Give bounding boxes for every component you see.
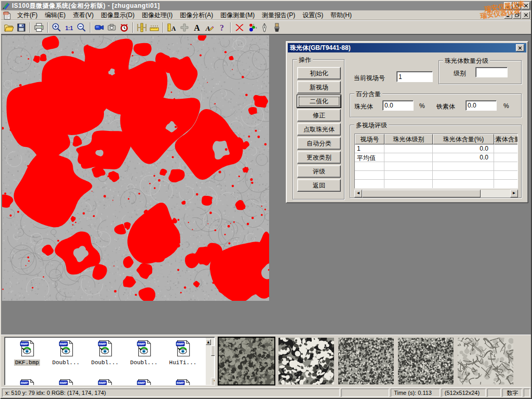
child-close-button[interactable] [522, 11, 530, 19]
operations-buttons: 初始化新视场二值化修正点取珠光体自动分类更改类别评级返回 [297, 67, 341, 192]
percent-group: 百分含量 珠光体 % 铁素体 % [350, 94, 522, 117]
svg-text:BMP: BMP [21, 381, 28, 384]
table-row[interactable] [355, 162, 517, 171]
binarize-button[interactable]: 二值化 [297, 95, 341, 108]
table-row[interactable]: 10.0 [355, 144, 517, 153]
mdi-client-area: 珠光体(GB/T9441-88) 操作 初始化新视场二值化修正点取珠光体自动分类… [1, 34, 531, 335]
level-label: 级别 [454, 69, 466, 78]
snapshot-icon[interactable] [105, 21, 118, 33]
status-blank-2 [487, 389, 501, 397]
scroll-down-icon[interactable]: ▼ [211, 378, 215, 385]
thumbnail-5[interactable] [458, 338, 513, 384]
curve-tool-icon[interactable] [233, 21, 246, 33]
new-field-button[interactable]: 新视场 [297, 81, 341, 94]
table-cell [384, 171, 433, 180]
file-list[interactable]: ▲ ▼ BMPDKF.bmpBMPDoubl...BMPDoubl...BMPD… [4, 337, 215, 385]
dialog-close-button[interactable] [516, 44, 524, 51]
svg-text:?: ? [220, 23, 224, 32]
level-input[interactable] [475, 67, 508, 77]
file-item[interactable]: BMP [9, 379, 45, 385]
change-class-button[interactable]: 更改类别 [297, 151, 341, 164]
menu-help[interactable]: 帮助(H) [327, 11, 355, 19]
table-row[interactable]: 平均值0.0 [355, 153, 517, 162]
svg-text:BMP: BMP [177, 342, 184, 345]
table-header: 铁素体含量(%) [494, 134, 518, 144]
table-row[interactable] [355, 180, 517, 189]
auto-classify-button[interactable]: 自动分类 [297, 137, 341, 150]
table-cell [355, 162, 384, 171]
video-capture-icon[interactable] [93, 21, 105, 33]
menu-edit[interactable]: 编辑(E) [41, 11, 69, 19]
grade-group: 珠光体数量分级 级别 [438, 60, 522, 84]
save-icon[interactable] [15, 21, 28, 33]
restore-button[interactable] [513, 2, 521, 9]
actual-size-icon[interactable]: 1:1 [63, 21, 75, 33]
minimize-button[interactable] [504, 2, 512, 9]
thumbnail-2[interactable] [278, 338, 334, 384]
grid-icon[interactable] [178, 21, 191, 33]
menu-measure-report[interactable]: 测量报告(P) [258, 11, 299, 19]
status-bar: x: 510 y: 79 idx: 0 RGB: (174, 174, 174)… [1, 387, 531, 398]
file-item[interactable]: BMPHuiTi... [165, 340, 201, 366]
file-item[interactable]: BMP [87, 379, 123, 385]
print-icon[interactable] [33, 21, 45, 33]
menu-file[interactable]: 文件(F) [14, 11, 41, 19]
menu-image-process[interactable]: 图像处理(I) [138, 11, 176, 19]
thumbnail-4[interactable] [398, 338, 454, 384]
thumbnail-3[interactable] [338, 338, 394, 384]
scroll-up-icon[interactable]: ▲ [206, 339, 211, 345]
init-button[interactable]: 初始化 [297, 67, 341, 79]
menu-image-measure[interactable]: 图像测量(M) [217, 11, 258, 19]
file-item[interactable]: BMPDKF.bmp [9, 340, 45, 366]
menu-image-display[interactable]: 图像显示(D) [97, 11, 138, 19]
color-classify-icon[interactable]: 13 [246, 21, 258, 33]
close-button[interactable] [522, 2, 530, 9]
file-item[interactable]: BMPDoubl... [126, 340, 162, 366]
pearlite-unit: % [419, 102, 425, 110]
brush-icon[interactable] [271, 21, 283, 33]
file-item[interactable]: BMP [48, 379, 84, 385]
child-restore-button[interactable] [513, 11, 521, 19]
table-header: 珠光体级别 [384, 134, 433, 144]
table-hscrollbar[interactable]: ◄ ► [354, 190, 518, 197]
rating-table[interactable]: 视场号珠光体级别珠光体含量(%)铁素体含量(%)10.0平均值0.0 [354, 134, 518, 189]
hscroll-thumb[interactable] [362, 190, 481, 197]
zoom-out-icon[interactable] [75, 21, 88, 33]
table-row[interactable] [355, 171, 517, 180]
svg-text:BMP: BMP [21, 342, 28, 345]
scroll-left-icon[interactable]: ◄ [354, 190, 362, 197]
measure-label-icon[interactable]: A [166, 21, 178, 33]
pearlite-percent-input[interactable] [382, 100, 414, 111]
thumbnail-1[interactable] [219, 338, 274, 384]
timer-icon[interactable] [118, 21, 130, 33]
file-item[interactable]: BMP [165, 379, 201, 385]
return-button[interactable]: 返回 [297, 179, 341, 192]
vscroll-thumb[interactable] [211, 345, 215, 356]
grade-button[interactable]: 评级 [297, 165, 341, 178]
child-minimize-button[interactable] [504, 11, 512, 19]
file-item[interactable]: BMP [126, 379, 162, 385]
dialog-title-bar[interactable]: 珠光体(GB/T9441-88) [288, 43, 526, 52]
file-list-vscrollbar[interactable]: ▲ ▼ [206, 338, 214, 385]
scroll-right-icon[interactable]: ► [510, 190, 518, 197]
help-icon[interactable]: ? [216, 21, 228, 33]
menu-settings[interactable]: 设置(S) [299, 11, 327, 19]
ruler-icon[interactable] [148, 21, 161, 33]
correct-button[interactable]: 修正 [297, 109, 341, 122]
text-edit-icon[interactable]: A [203, 21, 216, 33]
file-item[interactable]: BMPDoubl... [48, 340, 84, 366]
zoom-in-icon[interactable] [50, 21, 63, 33]
text-icon[interactable]: A [191, 21, 203, 33]
svg-text:A: A [171, 25, 176, 32]
pearlite-label: 珠光体 [354, 102, 373, 111]
file-item[interactable]: BMPDoubl... [87, 340, 123, 366]
caliper-icon[interactable] [136, 21, 148, 33]
pick-pearlite-button[interactable]: 点取珠光体 [297, 123, 341, 136]
ferrite-percent-input[interactable] [466, 100, 497, 111]
current-field-input[interactable] [396, 71, 433, 82]
metallographic-image[interactable] [2, 35, 269, 301]
open-file-icon[interactable] [3, 21, 15, 33]
pen-icon[interactable] [258, 21, 271, 33]
menu-view[interactable]: 查看(V) [69, 11, 97, 19]
menu-image-analysis[interactable]: 图像分析(A) [176, 11, 217, 19]
